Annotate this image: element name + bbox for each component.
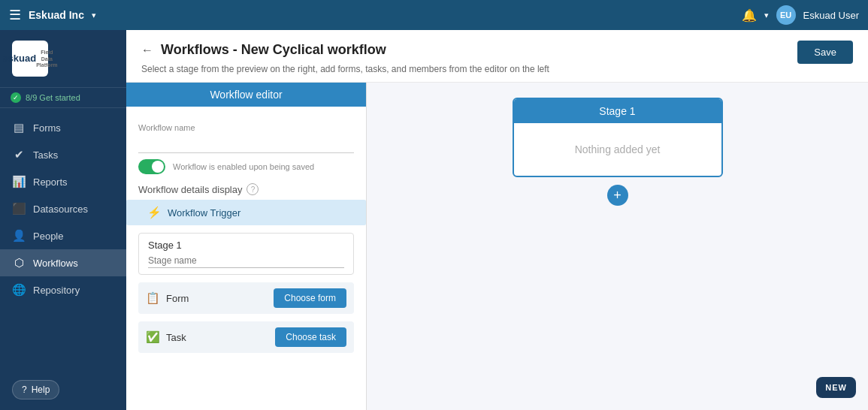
add-stage-button-row: + (382, 185, 853, 206)
stage-card-header: Stage 1 (514, 99, 721, 123)
task-label: Task (166, 332, 186, 343)
task-row-left: ✅ Task (146, 330, 186, 344)
notification-chevron-icon[interactable]: ▾ (764, 11, 769, 20)
details-display-label: Workflow details display ? (138, 183, 354, 195)
workflow-name-input[interactable] (138, 135, 354, 153)
editor-body: Workflow name Workflow is enabled upon b… (126, 107, 366, 362)
sidebar-item-datasources[interactable]: ⬛ Datasources (0, 195, 126, 222)
empty-message: Nothing added yet (575, 143, 661, 155)
help-circle-icon: ? (246, 183, 259, 195)
sidebar-item-people-label: People (33, 231, 63, 242)
reports-icon: 📊 (12, 175, 26, 188)
form-icon: 📋 (146, 291, 160, 305)
page-title-row: ← Workflows - New Cyclical workflow (141, 42, 386, 58)
sidebar-bottom: ? Help (0, 372, 126, 410)
page-subtitle: Select a stage from the preview on the r… (141, 64, 853, 74)
sidebar-item-workflows[interactable]: ⬡ Workflows (0, 249, 126, 276)
save-button[interactable]: Save (797, 41, 853, 64)
notification-icon[interactable]: 🔔 (742, 8, 757, 23)
panel-area: Workflow editor Workflow name Workflow i… (126, 83, 868, 410)
stage-item: Stage 1 (138, 233, 354, 275)
trigger-icon: ⚡ (147, 206, 162, 219)
page-header: ← Workflows - New Cyclical workflow Save… (126, 30, 868, 83)
stage-card-body: Nothing added yet (514, 123, 721, 176)
user-label: Eskuad User (803, 10, 859, 21)
sidebar: eskuad Field Data Platform ✓ 8/9 Get sta… (0, 30, 126, 410)
preview-panel: Stage 1 Nothing added yet + (367, 83, 868, 410)
enabled-toggle[interactable] (138, 159, 165, 174)
sidebar-item-repository[interactable]: 🌐 Repository (0, 276, 126, 303)
help-icon: ? (22, 384, 27, 395)
brand-chevron-icon[interactable]: ▾ (92, 11, 96, 20)
workflows-icon: ⬡ (12, 256, 26, 270)
repository-icon: 🌐 (12, 283, 26, 297)
help-button[interactable]: ? Help (12, 380, 59, 399)
sidebar-item-tasks-label: Tasks (33, 149, 58, 161)
task-icon: ✅ (146, 330, 160, 344)
sidebar-item-forms-label: Forms (33, 122, 61, 134)
form-label: Form (166, 293, 189, 304)
choose-form-button[interactable]: Choose form (274, 288, 346, 308)
editor-panel: Workflow editor Workflow name Workflow i… (126, 83, 367, 410)
header-row: ← Workflows - New Cyclical workflow Save (141, 41, 853, 64)
sidebar-logo: eskuad Field Data Platform (0, 30, 126, 88)
page-title: Workflows - New Cyclical workflow (161, 42, 386, 58)
add-stage-button[interactable]: + (607, 185, 628, 206)
sidebar-item-reports-label: Reports (33, 176, 68, 188)
form-row-left: 📋 Form (146, 291, 189, 305)
trigger-bar: ⚡ Workflow Trigger (126, 200, 366, 225)
sidebar-item-forms[interactable]: ▤ Forms (0, 114, 126, 141)
content-area: ← Workflows - New Cyclical workflow Save… (126, 30, 868, 410)
editor-panel-title: Workflow editor (126, 83, 366, 107)
navbar-left: ☰ Eskuad Inc ▾ (9, 7, 96, 23)
navbar: ☰ Eskuad Inc ▾ 🔔 ▾ EU Eskuad User (0, 0, 868, 30)
sidebar-item-workflows-label: Workflows (33, 258, 78, 269)
hamburger-icon[interactable]: ☰ (9, 7, 21, 23)
stage-name-input[interactable] (148, 254, 344, 268)
navbar-right: 🔔 ▾ EU Eskuad User (742, 5, 859, 25)
toggle-label: Workflow is enabled upon being saved (173, 162, 314, 171)
logo-box: eskuad Field Data Platform (12, 41, 48, 77)
get-started-label: 8/9 Get started (26, 93, 80, 102)
task-row: ✅ Task Choose task (138, 321, 354, 353)
new-badge: NEW (816, 377, 856, 398)
stage-card: Stage 1 Nothing added yet (513, 98, 723, 177)
tasks-icon: ✔ (12, 148, 26, 161)
get-started-bar[interactable]: ✓ 8/9 Get started (0, 88, 126, 108)
sidebar-item-reports[interactable]: 📊 Reports (0, 168, 126, 195)
sidebar-nav: ▤ Forms ✔ Tasks 📊 Reports ⬛ Datasources … (0, 108, 126, 372)
form-row: 📋 Form Choose form (138, 282, 354, 314)
trigger-label: Workflow Trigger (168, 207, 240, 219)
workflow-name-label: Workflow name (138, 123, 354, 132)
main-layout: eskuad Field Data Platform ✓ 8/9 Get sta… (0, 30, 868, 410)
choose-task-button[interactable]: Choose task (275, 327, 346, 347)
people-icon: 👤 (12, 229, 26, 243)
forms-icon: ▤ (12, 121, 26, 134)
sidebar-item-repository-label: Repository (33, 285, 80, 296)
sidebar-item-tasks[interactable]: ✔ Tasks (0, 141, 126, 168)
help-label: Help (32, 384, 50, 395)
brand-name: Eskuad Inc (29, 9, 84, 21)
avatar: EU (776, 5, 796, 25)
toggle-knob (152, 161, 164, 173)
get-started-icon: ✓ (11, 92, 21, 103)
sidebar-item-datasources-label: Datasources (33, 203, 88, 215)
sidebar-item-people[interactable]: 👤 People (0, 222, 126, 249)
back-button[interactable]: ← (141, 44, 153, 57)
datasources-icon: ⬛ (12, 202, 26, 216)
toggle-row: Workflow is enabled upon being saved (138, 159, 354, 174)
stage-item-label: Stage 1 (148, 240, 182, 251)
